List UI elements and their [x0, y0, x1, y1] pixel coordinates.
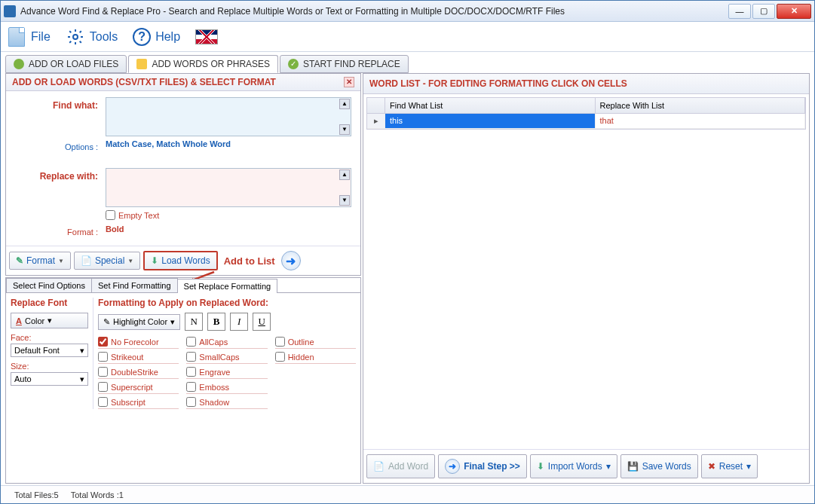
word-list-grid: Find What List Replace With List ▸ this …: [366, 97, 806, 130]
tab-add-files-label: ADD OR LOAD FILES: [29, 59, 118, 69]
minimize-button[interactable]: —: [728, 4, 751, 19]
format-value: Bold: [106, 225, 124, 237]
subtab-set-find-fmt[interactable]: Set Find Formatting: [91, 278, 178, 292]
size-select[interactable]: Auto ▾: [11, 372, 88, 386]
highlight-dropdown[interactable]: ✎ Highlight Color ▾: [98, 314, 180, 330]
highlight-icon: ✎: [103, 317, 110, 327]
format-underline-button[interactable]: U: [253, 313, 271, 331]
gear-icon: [66, 27, 85, 47]
save-icon: 💾: [627, 461, 639, 472]
tab-start-replace[interactable]: START FIND REPLACE: [280, 55, 409, 73]
chevron-down-icon: ▾: [80, 374, 84, 384]
load-words-label: Load Words: [161, 255, 210, 266]
size-value: Auto: [14, 374, 32, 383]
emboss-checkbox[interactable]: Emboss: [186, 382, 267, 394]
scroll-down-icon[interactable]: ▼: [339, 195, 350, 206]
close-button[interactable]: ✕: [777, 4, 811, 19]
options-label: Options :: [15, 139, 106, 151]
load-words-button[interactable]: ⬇ Load Words: [143, 251, 217, 270]
strikeout-checkbox[interactable]: Strikeout: [98, 352, 179, 364]
color-label: Color: [25, 316, 44, 325]
arrow-right-icon: ➜: [286, 254, 296, 268]
format-btn-label: Format: [26, 255, 55, 266]
smallcaps-checkbox[interactable]: SmallCaps: [186, 352, 267, 364]
subtab-select-find[interactable]: Select Find Options: [6, 278, 92, 292]
hidden-checkbox[interactable]: Hidden: [275, 352, 356, 364]
replace-with-label: Replace with:: [15, 168, 106, 207]
reset-button[interactable]: ✖ Reset ▾: [701, 454, 758, 478]
subscript-checkbox[interactable]: Subscript: [98, 397, 179, 409]
chevron-down-icon: ▾: [80, 346, 84, 356]
replace-cell[interactable]: that: [596, 114, 806, 128]
apply-format-heading: Formatting to Apply on Replaced Word:: [98, 298, 356, 308]
face-select[interactable]: Default Font ▾: [11, 344, 88, 357]
add-word-button[interactable]: 📄 Add Word: [366, 454, 435, 478]
file-menu[interactable]: File: [7, 27, 51, 47]
window-title: Advance Word Find & Replace Pro - Search…: [20, 6, 728, 17]
face-value: Default Font: [14, 346, 60, 355]
chevron-down-icon: ▼: [58, 258, 64, 264]
save-words-button[interactable]: 💾 Save Words: [620, 454, 698, 478]
engrave-checkbox[interactable]: Engrave: [186, 367, 267, 379]
col-replace-header[interactable]: Replace With List: [596, 98, 806, 113]
final-step-button[interactable]: ➜ Final Step >>: [438, 454, 527, 478]
help-icon: ?: [133, 28, 151, 46]
maximize-button[interactable]: ▢: [752, 4, 775, 19]
reset-label: Reset: [719, 461, 743, 472]
scroll-up-icon[interactable]: ▲: [339, 170, 350, 180]
scroll-down-icon[interactable]: ▼: [339, 124, 350, 135]
format-subtabs: Select Find Options Set Find Formatting …: [6, 278, 360, 293]
add-to-list-button[interactable]: ➜: [281, 251, 301, 270]
format-normal-button[interactable]: N: [185, 313, 203, 331]
options-value: Match Case, Match Whole Word: [106, 139, 231, 151]
format-dropdown-button[interactable]: ✎ Format ▼: [9, 252, 71, 270]
face-label: Face:: [11, 333, 88, 342]
words-icon: [136, 59, 147, 69]
import-words-label: Import Words: [548, 461, 602, 472]
add-to-list-label: Add to List: [221, 255, 278, 267]
language-flag-icon[interactable]: [195, 29, 218, 44]
help-menu[interactable]: ? Help: [133, 28, 180, 46]
find-what-input[interactable]: [106, 97, 351, 136]
word-list-title: WORD LIST - FOR EDITING FORMATTING CLICK…: [363, 74, 809, 94]
main-tabs: ADD OR LOAD FILES ADD WORDS OR PHRASES S…: [1, 52, 814, 73]
tools-menu[interactable]: Tools: [66, 27, 118, 47]
special-icon: 📄: [81, 255, 92, 266]
tab-add-words[interactable]: ADD WORDS OR PHRASES: [128, 55, 278, 73]
color-dropdown[interactable]: A Color ▾: [11, 313, 88, 328]
doublestrike-checkbox[interactable]: DoubleStrike: [98, 367, 179, 379]
tab-add-words-label: ADD WORDS OR PHRASES: [152, 59, 270, 69]
special-btn-label: Special: [95, 255, 124, 266]
highlight-label: Highlight Color: [113, 317, 167, 326]
left-panel-title: ADD OR LOAD WORDS (CSV/TXT FILES) & SELE…: [12, 77, 276, 87]
find-cell[interactable]: this: [385, 114, 596, 128]
format-bold-button[interactable]: B: [207, 313, 225, 331]
outline-checkbox[interactable]: Outline: [275, 337, 356, 349]
col-find-header[interactable]: Find What List: [385, 98, 596, 113]
shadow-checkbox[interactable]: Shadow: [186, 397, 267, 409]
import-words-button[interactable]: ⬇ Import Words ▾: [530, 454, 617, 478]
no-forecolor-checkbox[interactable]: No Forecolor: [98, 337, 179, 349]
allcaps-checkbox[interactable]: AllCaps: [186, 337, 267, 349]
format-italic-button[interactable]: I: [230, 313, 248, 331]
save-words-label: Save Words: [642, 461, 691, 472]
import-icon: ⬇: [537, 461, 544, 472]
titlebar: Advance Word Find & Replace Pro - Search…: [1, 1, 814, 22]
replace-with-input[interactable]: [106, 168, 351, 207]
panel-close-button[interactable]: ✕: [344, 77, 354, 87]
scroll-up-icon[interactable]: ▲: [339, 99, 350, 109]
arrow-right-icon: ➜: [445, 459, 460, 474]
chevron-down-icon: ▾: [606, 461, 611, 472]
font-color-icon: A: [16, 316, 22, 325]
empty-text-label: Empty Text: [118, 211, 159, 220]
replace-font-heading: Replace Font: [11, 298, 88, 308]
superscript-checkbox[interactable]: Superscript: [98, 382, 179, 394]
svg-point-0: [73, 35, 78, 39]
subtab-set-replace-fmt[interactable]: Set Replace Formatting: [177, 279, 278, 293]
help-label: Help: [155, 30, 180, 44]
special-dropdown-button[interactable]: 📄 Special ▼: [74, 252, 140, 270]
tab-add-files[interactable]: ADD OR LOAD FILES: [5, 55, 127, 73]
table-row[interactable]: ▸ this that: [367, 114, 805, 129]
empty-text-check-input[interactable]: [106, 210, 115, 220]
empty-text-checkbox[interactable]: Empty Text: [106, 210, 351, 220]
